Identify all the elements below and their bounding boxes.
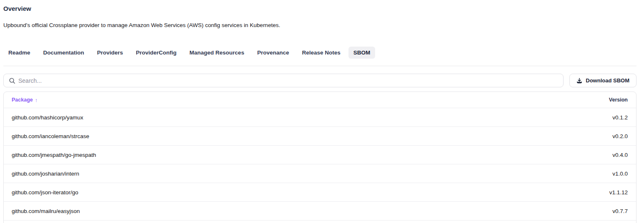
download-button-label: Download SBOM xyxy=(586,77,629,84)
table-row[interactable]: github.com/iancoleman/strcasev0.2.0 xyxy=(4,126,636,145)
package-description: Upbound's official Crossplane provider t… xyxy=(3,22,636,28)
download-icon xyxy=(576,78,582,84)
version-cell: v1.0.0 xyxy=(612,171,636,177)
version-cell: v0.2.0 xyxy=(612,133,636,139)
tab-release-notes[interactable]: Release Notes xyxy=(297,47,345,59)
column-header-package[interactable]: Package ↑ xyxy=(4,97,609,103)
package-cell: github.com/mailru/easyjson xyxy=(4,208,612,214)
tab-providerconfig[interactable]: ProviderConfig xyxy=(131,47,182,59)
page-container: Overview Upbound's official Crossplane p… xyxy=(0,0,644,223)
tab-divider xyxy=(3,66,636,66)
table-header-row: Package ↑ Version xyxy=(4,92,636,108)
table-row[interactable]: github.com/hashicorp/yamuxv0.1.2 xyxy=(4,108,636,126)
version-cell: v1.1.12 xyxy=(609,189,636,196)
table-row[interactable]: github.com/json-iterator/gov1.1.12 xyxy=(4,183,636,201)
package-cell: github.com/josharian/intern xyxy=(4,171,612,177)
tab-readme[interactable]: Readme xyxy=(3,47,35,59)
version-cell: v0.7.7 xyxy=(612,208,636,214)
column-header-package-label: Package xyxy=(12,97,33,103)
version-cell: v0.1.2 xyxy=(612,114,636,121)
table-row[interactable]: github.com/josharian/internv1.0.0 xyxy=(4,164,636,183)
tab-bar: ReadmeDocumentationProvidersProviderConf… xyxy=(3,47,636,59)
table-row-cutoff xyxy=(4,220,636,223)
sbom-table: Package ↑ Version github.com/hashicorp/y… xyxy=(3,92,636,223)
sort-ascending-icon: ↑ xyxy=(35,97,38,103)
tab-documentation[interactable]: Documentation xyxy=(38,47,89,59)
search-input[interactable] xyxy=(18,77,558,84)
table-body: github.com/hashicorp/yamuxv0.1.2github.c… xyxy=(4,108,636,220)
search-box[interactable] xyxy=(3,74,564,87)
table-row[interactable]: github.com/jmespath/go-jmespathv0.4.0 xyxy=(4,145,636,164)
column-header-version[interactable]: Version xyxy=(609,97,636,103)
package-cell: github.com/hashicorp/yamux xyxy=(4,114,612,121)
tab-provenance[interactable]: Provenance xyxy=(252,47,294,59)
package-cell: github.com/jmespath/go-jmespath xyxy=(4,152,612,158)
tab-managed-resources[interactable]: Managed Resources xyxy=(185,47,249,59)
version-cell: v0.4.0 xyxy=(612,152,636,158)
download-sbom-button[interactable]: Download SBOM xyxy=(569,74,636,87)
tab-providers[interactable]: Providers xyxy=(92,47,128,59)
table-row[interactable]: github.com/mailru/easyjsonv0.7.7 xyxy=(4,201,636,220)
page-title: Overview xyxy=(3,5,636,12)
package-cell: github.com/json-iterator/go xyxy=(4,189,609,196)
package-cell: github.com/iancoleman/strcase xyxy=(4,133,612,139)
toolbar: Download SBOM xyxy=(3,74,636,87)
tab-sbom[interactable]: SBOM xyxy=(348,47,376,59)
search-icon xyxy=(9,77,15,84)
